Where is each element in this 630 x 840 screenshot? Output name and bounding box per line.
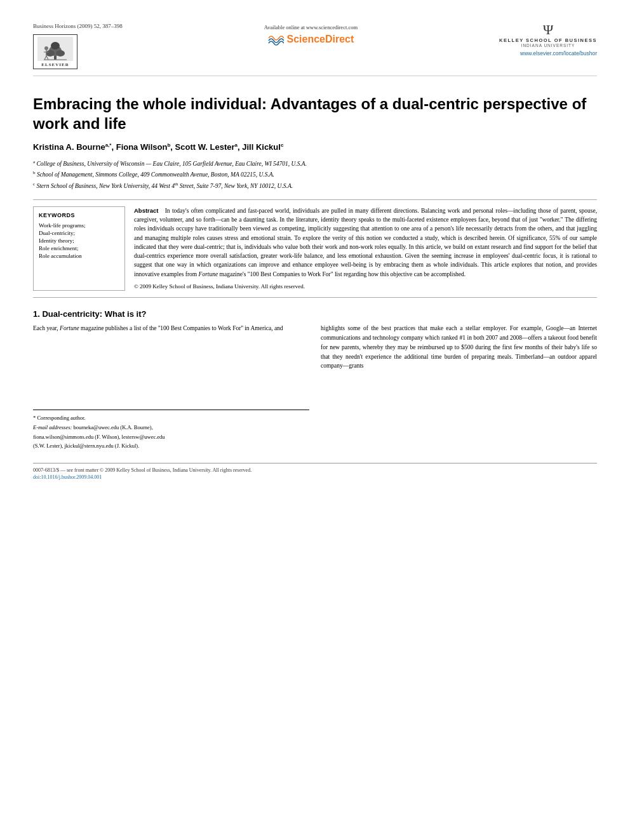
aff-c-text2: Street, Suite 7-97, New York, NY 10012, … [178,183,293,189]
header-left: Business Horizons (2009) 52, 387–398 [33,23,123,69]
email-line-2: fiona.wilson@simmons.edu (F. Wilson), le… [33,433,309,441]
authors-line: Kristina A. Bournea,*, Fiona Wilsonb, Sc… [33,142,597,152]
main-title: Embracing the whole individual: Advantag… [33,94,597,133]
col-right: highlights some of the best practices th… [321,324,597,451]
wilson-sup: b [167,142,170,148]
elsevier-logo-area: ELSEVIER [33,34,123,69]
elsevier-tree-svg [37,37,73,61]
section1-title-area: 1. Dual-centricity: What is it? [33,309,597,319]
svg-point-3 [46,50,55,57]
author-wilson: Fiona Wilson [116,143,168,152]
keyword-3: Identity theory; [39,237,119,244]
author-lester: Scott W. Lester [175,143,235,152]
affiliation-a: a College of Business, University of Wis… [33,159,597,168]
email-line: E-mail addresses: bourneka@uwec.edu (K.A… [33,423,309,432]
email-label: E-mail addresses: [33,424,72,430]
aff-b-sup: b [33,170,36,175]
abstract-section: KEYWORDS Work-life programs; Dual-centri… [33,199,597,298]
aff-a-sup: a [33,159,35,164]
page-header: Business Horizons (2009) 52, 387–398 [33,23,597,76]
col-left-text: Each year, Fortune magazine publishes a … [33,324,309,333]
keywords-title: KEYWORDS [39,212,119,218]
sciencedirect-text: ScienceDirect [286,34,354,45]
elsevier-logo-inner [37,37,73,61]
affiliation-c: c Stern School of Business, New York Uni… [33,181,597,190]
page: Business Horizons (2009) 52, 387–398 [0,0,630,840]
svg-point-5 [51,42,60,50]
aff-b-text: School of Management, Simmons College, 4… [37,171,274,178]
corresponding-note: * Corresponding author. [33,414,309,422]
elsevier-logo-box: ELSEVIER [33,34,77,69]
title-section: Embracing the whole individual: Advantag… [33,94,597,190]
email-line-3: (S.W. Lester), jkickul@stern.nyu.edu (J.… [33,442,309,450]
kelley-school-text: KELLEY SCHOOL OF BUSINESS [499,37,597,43]
kickul-sup: c [281,142,283,148]
author-kickul: Jill Kickul [242,143,281,152]
footer-doi: doi:10.1016/j.bushor.2009.04.001 [33,474,597,480]
aff-a-text: College of Business, University of Wisco… [36,161,263,167]
fortune-italic-1: Fortune [60,325,79,331]
abstract-body: Abstract In today's often complicated an… [134,206,597,291]
kelley-logo: Ψ KELLEY SCHOOL OF BUSINESS INDIANA UNIV… [499,23,597,48]
affiliation-b: b School of Management, Simmons College,… [33,170,597,179]
aff-a-text2: WI 54701, U.S.A. [265,161,307,167]
main-content: Each year, Fortune magazine publishes a … [33,324,597,451]
header-right: Ψ KELLEY SCHOOL OF BUSINESS INDIANA UNIV… [499,23,597,57]
keyword-4: Role enrichment; [39,245,119,251]
available-online-text: Available online at www.sciencedirect.co… [264,24,358,30]
kelley-url-link[interactable]: www.elsevier.com/locate/bushor [520,50,597,57]
indiana-university-text: INDIANA UNIVERSITY [521,43,575,48]
keyword-1: Work-life programs; [39,222,119,229]
lester-sup: a [235,142,238,148]
col-right-text: highlights some of the best practices th… [321,324,597,371]
footnote-area: * Corresponding author. E-mail addresses… [33,410,309,450]
abstract-text: In today's often complicated and fast-pa… [134,208,597,277]
svg-point-4 [56,50,65,57]
svg-point-7 [44,46,48,50]
email-text: bourneka@uwec.edu (K.A. Bourne), [73,424,152,430]
trident-icon: Ψ [543,23,553,37]
footer-issn: 0007-6813/$ — see front matter © 2009 Ke… [33,467,597,473]
sd-text-orange: Direct [325,34,354,44]
abstract-label: Abstract [134,207,159,214]
col-left: Each year, Fortune magazine publishes a … [33,324,309,451]
page-footer: 0007-6813/$ — see front matter © 2009 Ke… [33,463,597,480]
abstract-copyright: © 2009 Kelley School of Business, Indian… [134,283,597,291]
journal-title: Business Horizons (2009) 52, 387–398 [33,23,123,29]
sd-text-blue: Science [286,34,325,44]
sciencedirect-waves-icon [267,33,284,46]
aff-c-sup: c [33,182,35,187]
elsevier-label: ELSEVIER [41,62,69,67]
sciencedirect-logo: ScienceDirect [267,33,354,46]
affiliations: a College of Business, University of Wis… [33,159,597,190]
aff-c-text: Stern School of Business, New York Unive… [36,183,175,189]
author-bourne: Kristina A. Bourne [33,143,105,152]
section1-title: 1. Dual-centricity: What is it? [33,309,597,319]
bourne-sup: a,* [105,142,112,148]
keyword-5: Role accumulation [39,253,119,259]
keywords-box: KEYWORDS Work-life programs; Dual-centri… [33,206,125,291]
keyword-2: Dual-centricity; [39,230,119,236]
header-center: Available online at www.sciencedirect.co… [264,23,358,46]
